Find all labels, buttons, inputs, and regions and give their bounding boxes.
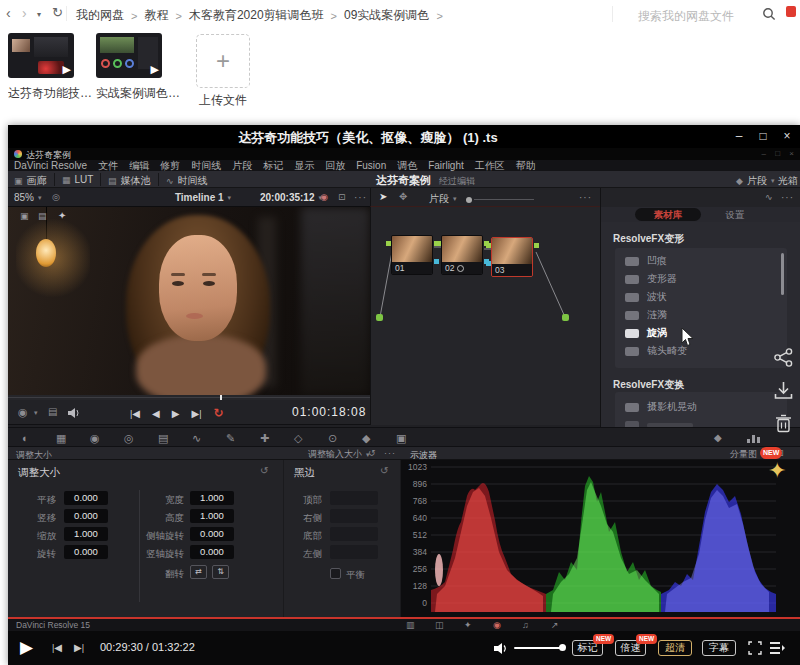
more-icon[interactable]: ···	[781, 192, 794, 203]
breadcrumb-current-folder[interactable]: 09实战案例调色	[344, 7, 429, 24]
speaker-icon[interactable]	[68, 407, 82, 419]
color-match-icon[interactable]: ▦	[56, 432, 66, 445]
flip-vertical-button[interactable]: ⇅	[212, 565, 229, 579]
player-titlebar[interactable]: 达芬奇功能技巧（美化、抠像、瘦脸） (1) .ts – □ ×	[8, 125, 800, 148]
search-icon[interactable]	[762, 7, 776, 21]
scrollbar[interactable]	[781, 253, 784, 295]
scopes-icon[interactable]	[746, 433, 762, 443]
upload-card[interactable]: +	[196, 34, 250, 88]
blanking-left-value[interactable]	[330, 545, 378, 559]
source-node-dot[interactable]	[376, 314, 383, 321]
last-frame-button[interactable]: ▶|	[191, 408, 201, 419]
maximize-button[interactable]: □	[754, 129, 772, 143]
blanking-right-value[interactable]	[330, 509, 378, 523]
node-output-dot[interactable]	[534, 243, 539, 248]
viewer-zoom-dropdown[interactable]: 85%▾	[14, 192, 42, 203]
reset-icon[interactable]: ↺	[368, 448, 376, 458]
menu-app[interactable]: DaVinci Resolve	[14, 160, 87, 171]
key-icon[interactable]: ◆	[362, 432, 370, 445]
more-icon[interactable]: ···	[384, 448, 396, 458]
tab-settings[interactable]: 设置	[705, 208, 765, 221]
volume-slider-handle[interactable]	[559, 644, 566, 651]
lightbox-button[interactable]: 光箱	[778, 174, 798, 188]
motion-effects-icon[interactable]: ▤	[158, 432, 168, 445]
node-input-dot[interactable]	[486, 243, 491, 248]
menu-fairlight[interactable]: Fairlight	[428, 160, 464, 171]
forward-icon[interactable]: ›	[22, 5, 27, 21]
qualifier-icon[interactable]: ✎	[226, 432, 235, 445]
trash-icon[interactable]	[774, 414, 793, 433]
fx-item-lens-distortion[interactable]: 镜头畸变	[625, 342, 787, 360]
edit-page-icon[interactable]: ◫	[435, 620, 444, 630]
rotate-value[interactable]: 0.000	[64, 545, 108, 559]
pointer-tool-icon[interactable]: ➤	[379, 191, 387, 202]
search-input[interactable]: 搜索我的网盘文件	[638, 8, 734, 25]
refresh-icon[interactable]: ↻	[52, 5, 63, 21]
breadcrumb-my-disk[interactable]: 我的网盘	[76, 7, 124, 24]
volume-slider[interactable]	[514, 647, 562, 649]
file-card-video-1[interactable]: ▶	[8, 33, 74, 78]
height-value[interactable]: 1.000	[190, 509, 234, 523]
node-input-dot[interactable]	[386, 241, 391, 246]
rgb-mixer-icon[interactable]: ◎	[124, 432, 134, 445]
viewer-image[interactable]: ▣ ▤ ✦	[8, 207, 370, 395]
tracker-icon[interactable]: ◇	[294, 432, 302, 445]
node-key-dot[interactable]	[486, 261, 491, 266]
menu-fusion[interactable]: Fusion	[356, 160, 386, 171]
reset-icon[interactable]: ↺	[260, 465, 268, 476]
wave-icon[interactable]: ∿	[765, 192, 773, 202]
color-wheel-icon[interactable]: ◉	[320, 192, 328, 202]
lut-button[interactable]: ▦LUT	[62, 174, 93, 185]
back-icon[interactable]: ‹	[6, 5, 11, 21]
viewer-timecode[interactable]: 20:00:35:12▾	[260, 192, 322, 203]
breadcrumb-tutorials[interactable]: 教程	[144, 7, 168, 24]
clip-mode-button[interactable]: ◆片段▾	[736, 174, 774, 188]
share-icon[interactable]	[774, 348, 793, 367]
quality-button[interactable]: 超清	[658, 640, 692, 656]
fx-item-camera-shake[interactable]: 摄影机晃动	[625, 398, 787, 416]
playlist-icon[interactable]	[770, 642, 785, 654]
tilt-value[interactable]: 0.000	[64, 509, 108, 523]
fx-item-dent[interactable]: 凹痕	[625, 252, 787, 270]
fx-item-ripples[interactable]: 涟漪	[625, 306, 787, 324]
minimize-button[interactable]: –	[730, 129, 748, 143]
blanking-bottom-value[interactable]	[330, 527, 378, 541]
pan-tool-icon[interactable]: ✥	[399, 191, 407, 202]
breadcrumb-class[interactable]: 木客教育2020剪辑调色班	[189, 7, 324, 24]
pan-value[interactable]: 0.000	[64, 491, 108, 505]
color-page-icon-active[interactable]: ◉	[493, 620, 501, 630]
bypass-icon[interactable]: ◎	[52, 192, 60, 202]
file-card-video-2[interactable]: ▶	[96, 33, 162, 78]
media-page-icon[interactable]: ▥	[406, 620, 415, 630]
close-button[interactable]: ×	[778, 129, 796, 143]
node-graph[interactable]: 01 02 03	[370, 207, 600, 425]
play-forward-button[interactable]: ▶	[172, 408, 180, 419]
curves-icon[interactable]: ∿	[192, 432, 201, 445]
node-zoom-slider[interactable]	[474, 199, 534, 200]
sizing-icon[interactable]: ▣	[396, 432, 406, 445]
output-node-dot[interactable]	[562, 314, 569, 321]
chevron-down-icon[interactable]: ▾	[34, 409, 38, 417]
previous-button[interactable]: |◀	[52, 642, 62, 653]
gallery-button[interactable]: ▣画廊	[14, 174, 47, 188]
node-02[interactable]: 02	[441, 235, 483, 275]
fairlight-page-icon[interactable]: ♫	[522, 620, 529, 630]
loop-button[interactable]: ↻	[214, 406, 224, 420]
media-pool-button[interactable]: ▤媒体池	[108, 174, 151, 188]
symmetric-checkbox[interactable]	[330, 568, 341, 579]
tab-library[interactable]: 素材库	[635, 208, 701, 221]
blanking-top-value[interactable]	[330, 491, 378, 505]
subtitle-button[interactable]: 字幕	[702, 640, 736, 656]
play-button[interactable]: ▶	[20, 637, 33, 658]
file-name[interactable]: 实战案例调色（2...	[96, 85, 180, 102]
promo-star-icon[interactable]: ✦	[768, 458, 786, 484]
node-input-dot[interactable]	[436, 241, 441, 246]
fusion-page-icon[interactable]: ✦	[464, 620, 472, 630]
node-zoom-slider-handle[interactable]	[466, 197, 472, 203]
resolve-video-frame[interactable]: 达芬奇案例 – □ × DaVinci Resolve 文件 编辑 修剪 时间线…	[8, 148, 800, 631]
viewer-split-icon[interactable]: ▤	[38, 211, 47, 221]
download-icon[interactable]	[774, 381, 793, 400]
reset-icon[interactable]: ↺	[380, 465, 388, 476]
color-wheels-icon[interactable]: ◉	[90, 432, 100, 445]
blur-icon[interactable]: ⊙	[328, 432, 337, 445]
